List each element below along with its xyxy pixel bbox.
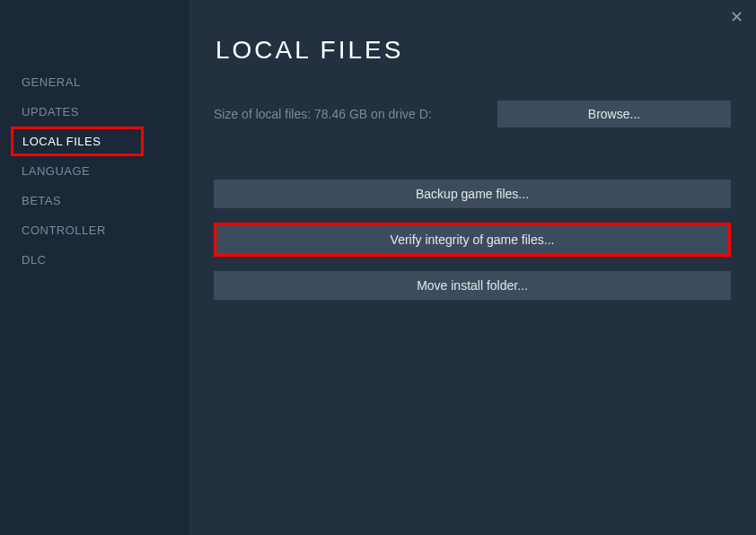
- close-icon[interactable]: ✕: [730, 9, 743, 25]
- backup-game-files-button[interactable]: Backup game files...: [214, 180, 731, 208]
- move-install-folder-button[interactable]: Move install folder...: [214, 271, 731, 300]
- main-panel: ✕ LOCAL FILES Size of local files: 78.46…: [189, 0, 756, 535]
- browse-button[interactable]: Browse...: [497, 101, 731, 127]
- sidebar-item-general[interactable]: GENERAL: [0, 67, 189, 97]
- size-row: Size of local files: 78.46 GB on drive D…: [214, 101, 731, 127]
- sidebar-item-controller[interactable]: CONTROLLER: [0, 215, 189, 245]
- sidebar-item-updates[interactable]: UPDATES: [0, 97, 189, 127]
- sidebar-item-betas[interactable]: BETAS: [0, 186, 189, 215]
- page-title: LOCAL FILES: [215, 36, 731, 65]
- verify-integrity-button[interactable]: Verify integrity of game files...: [214, 223, 731, 257]
- sidebar-item-dlc[interactable]: DLC: [0, 245, 189, 275]
- sidebar-item-local-files[interactable]: LOCAL FILES: [11, 127, 144, 156]
- local-files-size-text: Size of local files: 78.46 GB on drive D…: [214, 107, 432, 121]
- sidebar: GENERAL UPDATES LOCAL FILES LANGUAGE BET…: [0, 0, 189, 535]
- sidebar-item-language[interactable]: LANGUAGE: [0, 156, 189, 186]
